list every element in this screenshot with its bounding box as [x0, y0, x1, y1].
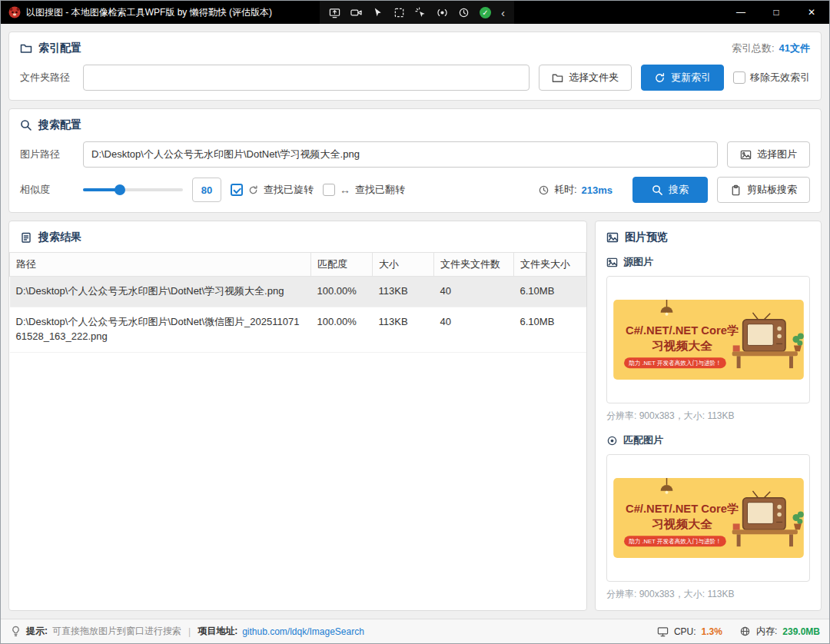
remove-invalid-label: 移除无效索引 [750, 71, 810, 85]
remove-invalid-checkbox[interactable]: 移除无效索引 [733, 71, 810, 85]
search-button[interactable]: 搜索 [632, 177, 708, 203]
banner-ribbon-text: 助力 .NET 开发者高效入门与进阶！ [629, 360, 722, 367]
table-row[interactable]: D:\Desktop\个人公众号无水印图片\DotNet\微信图片_202511… [10, 307, 586, 352]
cell-file-count: 40 [434, 307, 514, 352]
column-size[interactable]: 大小 [373, 253, 434, 277]
choose-folder-label: 选择文件夹 [569, 71, 619, 85]
folder-icon [552, 72, 563, 84]
checkbox-icon [733, 71, 745, 84]
app-icon [8, 6, 21, 18]
column-path[interactable]: 路径 [10, 253, 311, 277]
refresh-icon [654, 72, 666, 84]
bottom-row: 搜索结果 路径 匹配度 大小 文件夹文件数 文件夹大小 [8, 221, 822, 611]
broadcast-icon[interactable] [437, 7, 448, 18]
column-file-count[interactable]: 文件夹文件数 [434, 253, 514, 277]
window-title: 以图搜图 - 本地图像检索工具WPF版 by 懒得勤快 (评估版本) [26, 6, 272, 19]
search-results-panel: 搜索结果 路径 匹配度 大小 文件夹文件数 文件夹大小 [8, 221, 587, 611]
cell-folder-size: 6.10MB [514, 307, 586, 352]
image-icon [606, 231, 619, 244]
memory-value: 239.0MB [782, 626, 820, 637]
search-icon [652, 184, 663, 196]
choose-image-label: 选择图片 [757, 148, 797, 161]
capture-toolbar: ✓ ‹ [320, 1, 514, 24]
image-path-input[interactable] [83, 141, 718, 168]
close-button[interactable]: ✕ [794, 1, 829, 24]
search-config-title: 搜索配置 [38, 118, 81, 132]
search-config-panel: 搜索配置 图片路径 选择图片 相似度 80 [8, 108, 822, 213]
column-folder-size[interactable]: 文件夹大小 [514, 253, 586, 277]
matched-banner-image: C#/.NET/.NET Core学 习视频大全 助力 .NET 开发者高效入门… [613, 478, 804, 558]
separator: | [188, 626, 191, 637]
image-preview-title: 图片预览 [625, 231, 668, 244]
table-row[interactable]: D:\Desktop\个人公众号无水印图片\DotNet\学习视频大全.png … [10, 277, 586, 307]
image-preview-panel: 图片预览 源图片 C#/.NET/.NET Core学 习视频大全 [595, 221, 822, 611]
folder-path-input[interactable] [83, 65, 530, 91]
find-flipped-option[interactable]: ↔ 查找已翻转 [323, 183, 405, 197]
image-icon [606, 257, 618, 268]
clipboard-search-button[interactable]: 剪贴板搜索 [717, 177, 810, 203]
similarity-value-box[interactable]: 80 [192, 178, 221, 202]
region-select-icon[interactable] [393, 7, 405, 18]
clipboard-icon [730, 184, 742, 196]
column-match[interactable]: 匹配度 [311, 253, 373, 277]
cell-size: 113KB [373, 307, 434, 352]
confirm-icon[interactable]: ✓ [480, 7, 491, 18]
cell-file-count: 40 [434, 277, 514, 307]
cell-size: 113KB [373, 277, 434, 307]
choose-image-button[interactable]: 选择图片 [727, 141, 810, 168]
update-index-label: 更新索引 [671, 71, 711, 85]
minimize-button[interactable]: — [723, 1, 759, 24]
banner-line1: C#/.NET/.NET Core学 [626, 324, 739, 337]
timer-icon[interactable] [458, 7, 470, 18]
memory-label: 内存: [756, 625, 777, 638]
video-camera-icon[interactable] [350, 7, 362, 18]
source-image-preview[interactable]: C#/.NET/.NET Core学 习视频大全 助力 .NET 开发者高效入门… [606, 276, 810, 403]
image-path-label: 图片路径 [20, 148, 74, 161]
matched-image-info: 分辨率: 900x383，大小: 113KB [606, 588, 810, 601]
export-screen-icon[interactable] [329, 7, 340, 18]
update-index-button[interactable]: 更新索引 [641, 65, 724, 91]
source-image-label: 源图片 [623, 255, 653, 269]
collapse-icon[interactable]: ‹ [501, 7, 505, 18]
index-total-label: 索引总数: [732, 41, 775, 55]
slider-thumb[interactable] [115, 184, 125, 195]
maximize-button[interactable]: □ [759, 1, 794, 24]
cell-match: 100.00% [311, 277, 373, 307]
search-results-title: 搜索结果 [38, 231, 81, 244]
tip-text: 可直接拖放图片到窗口进行搜索 [52, 625, 181, 638]
tip-label: 提示: [26, 625, 48, 638]
click-icon[interactable] [415, 7, 427, 18]
window-controls: — □ ✕ [723, 1, 829, 24]
cursor-icon[interactable] [372, 7, 383, 18]
similarity-label: 相似度 [20, 183, 74, 197]
matched-image-preview[interactable]: C#/.NET/.NET Core学 习视频大全 助力 .NET 开发者高效入门… [606, 454, 810, 582]
source-image-info: 分辨率: 900x383，大小: 113KB [606, 410, 810, 423]
cell-path: D:\Desktop\个人公众号无水印图片\DotNet\微信图片_202511… [10, 307, 311, 352]
choose-folder-button[interactable]: 选择文件夹 [539, 65, 632, 91]
monitor-icon [657, 626, 669, 637]
index-config-panel: 索引配置 索引总数: 41文件 文件夹路径 选择文件夹 更新索引 [8, 32, 822, 101]
banner-line2: 习视频大全 [651, 339, 712, 352]
matched-image-heading: 匹配图片 [606, 433, 810, 447]
index-config-title: 索引配置 [38, 41, 81, 55]
banner-line1: C#/.NET/.NET Core学 [626, 503, 739, 515]
lightbulb-icon [10, 626, 22, 637]
similarity-slider[interactable] [83, 184, 183, 195]
app-window: 以图搜图 - 本地图像检索工具WPF版 by 懒得勤快 (评估版本) [0, 0, 830, 644]
cell-folder-size: 6.10MB [514, 277, 586, 307]
memory-icon [739, 626, 751, 637]
statusbar: 提示: 可直接拖放图片到窗口进行搜索 | 项目地址: github.com/ld… [1, 619, 829, 643]
list-icon [20, 231, 32, 244]
checkbox-icon [323, 184, 335, 196]
project-link[interactable]: github.com/ldqk/ImageSearch [242, 626, 364, 637]
banner-ribbon-text: 助力 .NET 开发者高效入门与进阶！ [629, 538, 722, 545]
cpu-value: 1.3% [702, 626, 722, 637]
find-rotated-label: 查找已旋转 [264, 183, 314, 197]
find-rotated-option[interactable]: 查找已旋转 [231, 183, 314, 197]
folder-icon [20, 42, 32, 55]
cpu-label: CPU: [674, 626, 696, 637]
source-image-heading: 源图片 [606, 255, 810, 269]
folder-path-label: 文件夹路径 [20, 71, 74, 85]
cell-match: 100.00% [311, 307, 373, 352]
results-table: 路径 匹配度 大小 文件夹文件数 文件夹大小 D:\Desktop\个人公众号无… [9, 252, 586, 353]
